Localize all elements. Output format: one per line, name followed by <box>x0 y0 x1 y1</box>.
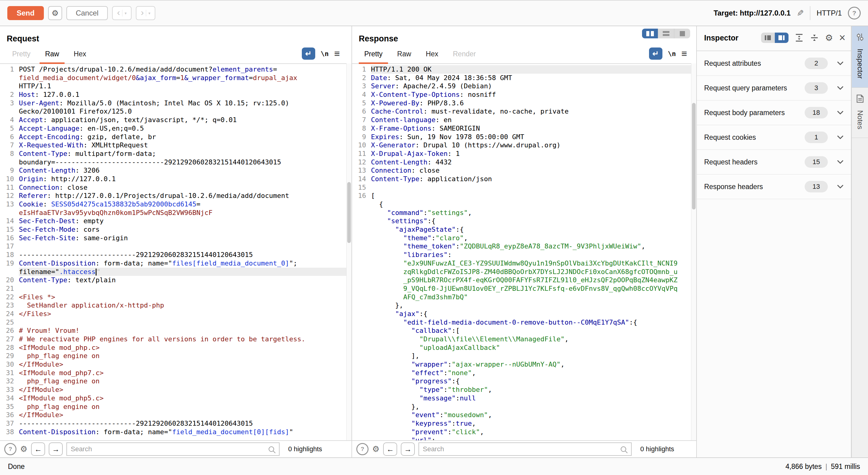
request-search-input[interactable] <box>67 445 279 453</box>
tab-pretty[interactable]: Pretty <box>359 50 388 64</box>
inspector-close-icon[interactable]: × <box>839 32 845 43</box>
history-back-button[interactable]: ‹ ▾ <box>112 6 131 20</box>
inspector-view-right-button[interactable] <box>775 33 788 43</box>
search-settings-icon[interactable]: ⚙ <box>372 444 379 454</box>
top-toolbar: Send ⚙ Cancel ‹ ▾ › ▾ Target: http://127… <box>0 0 868 26</box>
code-line: 17 <box>0 242 347 251</box>
code-line: "wrapper":"ajax-wrapper--nUGbUMnY-AQ", <box>352 360 691 369</box>
columns-layout-icon <box>646 31 654 36</box>
line-number: 29 <box>0 352 19 360</box>
search-next-button[interactable]: → <box>401 442 415 456</box>
http-version-selector[interactable]: HTTP/1 <box>816 9 842 18</box>
response-editor[interactable]: 1HTTP/1.1 200 OK2Date: Sat, 04 May 2024 … <box>352 63 691 440</box>
inspector-section-response-headers[interactable]: Response headers13 <box>697 175 851 199</box>
notes-icon <box>855 94 865 105</box>
line-number: 19 <box>0 259 19 267</box>
inspector-view-left-button[interactable] <box>761 33 775 43</box>
tab-raw[interactable]: Raw <box>392 50 416 64</box>
code-line: "event":"mousedown", <box>352 411 691 419</box>
inspector-section-request-query-parameters[interactable]: Request query parameters3 <box>697 76 851 100</box>
line-number <box>352 385 371 394</box>
line-number <box>352 276 371 284</box>
dock-tab-notes[interactable]: Notes <box>852 88 868 138</box>
request-scrollbar-thumb[interactable] <box>347 182 351 243</box>
chevron-down-icon <box>837 135 844 139</box>
line-number: 10 <box>352 141 371 150</box>
inspector-section-request-headers[interactable]: Request headers15 <box>697 150 851 175</box>
code-line: 7X-Requested-With: XMLHttpRequest <box>0 141 347 150</box>
response-search-input[interactable] <box>419 445 631 453</box>
code-line: 19Content-Disposition: form-data; name="… <box>0 259 347 267</box>
request-editor[interactable]: 1POST /Projects/drupal-10.2.6/media/add/… <box>0 63 347 440</box>
inspector-section-request-body-parameters[interactable]: Request body parameters18 <box>697 100 851 125</box>
layout-columns-button[interactable] <box>642 29 658 38</box>
inspector-settings-icon[interactable]: ⚙ <box>825 33 833 43</box>
line-number <box>0 267 19 276</box>
word-wrap-toggle[interactable]: ↵ <box>649 48 662 60</box>
code-line: "url": <box>352 436 691 440</box>
code-line: 23 SetHandler application/x-httpd-php <box>0 301 347 310</box>
send-settings-button[interactable]: ⚙ <box>48 6 62 20</box>
line-number: 37 <box>0 419 19 428</box>
search-prev-button[interactable]: ← <box>31 442 45 456</box>
chevron-left-icon: ‹ <box>117 8 120 17</box>
code-line: "edit-field-media-document-0-remove-butt… <box>352 318 691 327</box>
request-scrollbar[interactable] <box>346 63 351 440</box>
response-scrollbar-thumb[interactable] <box>692 103 695 210</box>
response-size: 4,866 bytes <box>785 463 822 471</box>
editor-menu-icon[interactable]: ≡ <box>334 49 340 59</box>
code-line: 26# Vroum! Vroum! <box>0 326 347 335</box>
edit-target-icon[interactable]: ✎ <box>797 8 804 18</box>
inspector-section-request-attributes[interactable]: Request attributes2 <box>697 51 851 76</box>
help-icon[interactable]: ? <box>848 7 861 20</box>
line-number: 31 <box>0 369 19 377</box>
panel-left-icon <box>765 35 766 40</box>
dock-tab-inspector[interactable]: Inspector <box>852 26 868 88</box>
line-number: 7 <box>352 116 371 124</box>
editor-menu-icon[interactable]: ≡ <box>681 49 687 59</box>
line-number: 15 <box>352 183 371 192</box>
search-settings-icon[interactable]: ⚙ <box>20 444 27 454</box>
chevron-down-icon <box>837 185 844 189</box>
collapse-all-icon[interactable] <box>810 33 819 42</box>
show-newlines-toggle[interactable]: \n <box>321 50 329 58</box>
layout-single-button[interactable] <box>674 29 690 38</box>
line-number <box>0 107 19 116</box>
code-line: }, <box>352 403 691 411</box>
code-line: "prevent":"click", <box>352 428 691 436</box>
inspector-section-request-cookies[interactable]: Request cookies1 <box>697 125 851 150</box>
section-count-badge: 13 <box>805 181 828 192</box>
code-line: "theme_token":"ZQDBULqR8_eypZ8eA78_8azcT… <box>352 242 691 251</box>
word-wrap-toggle[interactable]: ↵ <box>302 48 315 60</box>
line-number: 21 <box>0 284 19 293</box>
tab-hex[interactable]: Hex <box>68 50 92 64</box>
tab-raw[interactable]: Raw <box>40 50 65 64</box>
layout-rows-button[interactable] <box>658 29 674 38</box>
cancel-button[interactable]: Cancel <box>66 6 108 20</box>
expand-all-icon[interactable] <box>795 33 804 42</box>
line-number <box>352 217 371 225</box>
line-number <box>352 394 371 403</box>
line-number: 6 <box>0 133 19 141</box>
search-help-icon[interactable]: ? <box>4 443 17 455</box>
code-line: 25 <box>0 318 347 327</box>
side-dock: InspectorNotes <box>851 26 868 457</box>
line-number <box>352 267 371 276</box>
repeater-window: Send ⚙ Cancel ‹ ▾ › ▾ Target: http://127… <box>0 0 868 475</box>
response-scrollbar[interactable] <box>691 63 696 440</box>
line-number <box>352 209 371 217</box>
dock-tab-label: Inspector <box>856 49 864 79</box>
code-line: 2Host: 127.0.0.1 <box>0 90 347 99</box>
search-prev-button[interactable]: ← <box>383 442 397 456</box>
inspector-title: Inspector <box>704 33 739 42</box>
code-line: 9Expires: Sun, 19 Nov 1978 05:00:00 GMT <box>352 133 691 141</box>
search-next-button[interactable]: → <box>49 442 63 456</box>
show-newlines-toggle[interactable]: \n <box>668 50 676 58</box>
tab-hex[interactable]: Hex <box>420 50 444 64</box>
send-button[interactable]: Send <box>7 6 44 20</box>
line-number <box>352 251 371 259</box>
search-help-icon[interactable]: ? <box>356 443 369 455</box>
wrap-icon: ↵ <box>305 49 312 58</box>
code-line: 15Sec-Fetch-Mode: cors <box>0 225 347 234</box>
history-forward-button[interactable]: › ▾ <box>136 6 155 20</box>
